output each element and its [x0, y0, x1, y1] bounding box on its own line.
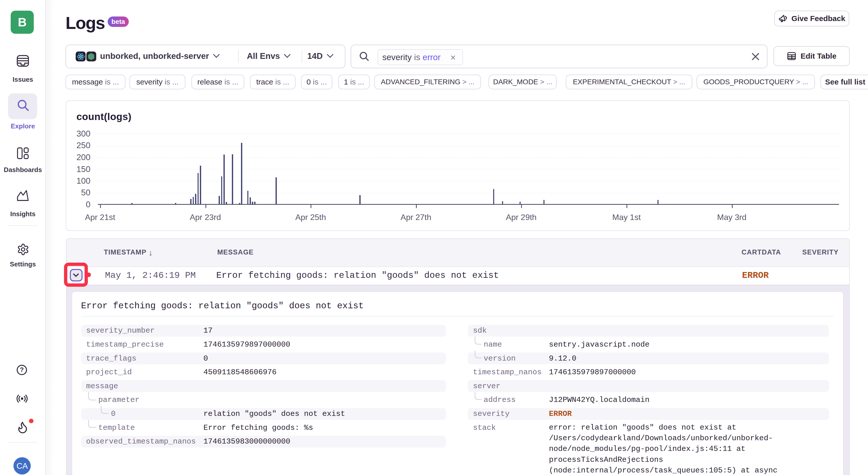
svg-text:?: ? — [20, 366, 24, 373]
